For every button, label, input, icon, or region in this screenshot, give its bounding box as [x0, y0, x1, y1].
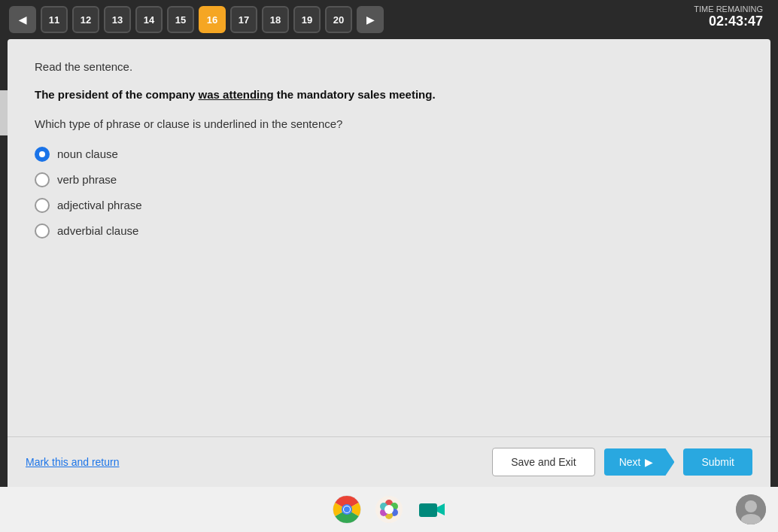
- sentence-part2: the mandatory sales meeting.: [274, 88, 436, 101]
- option-adverbial-clause[interactable]: adverbial clause: [35, 223, 743, 239]
- svg-point-12: [384, 505, 394, 514]
- option-noun-clause[interactable]: noun clause: [35, 147, 743, 162]
- timer-label: TIME REMAINING: [694, 5, 763, 14]
- answer-options: noun clause verb phrase adjectival phras…: [35, 147, 743, 239]
- user-avatar[interactable]: [736, 494, 766, 524]
- top-navigation: ◀ 11 12 13 14 15 16 17 18 19 20 ▶ TIME R…: [0, 0, 778, 39]
- radio-adverbial-clause[interactable]: [35, 223, 50, 239]
- prev-arrow-button[interactable]: ◀: [9, 6, 36, 33]
- option-noun-clause-label: noun clause: [57, 147, 118, 160]
- question-nav-11[interactable]: 11: [41, 6, 68, 33]
- radio-adjectival-phrase[interactable]: [35, 198, 50, 213]
- next-button-label: Next: [619, 456, 641, 468]
- question-nav-14[interactable]: 14: [135, 6, 163, 33]
- next-arrow-button[interactable]: ▶: [357, 6, 384, 33]
- radio-verb-phrase[interactable]: [35, 172, 50, 187]
- question-nav-12[interactable]: 12: [72, 6, 99, 33]
- color-wheel-icon[interactable]: [374, 494, 404, 524]
- chrome-icon[interactable]: [332, 494, 362, 524]
- option-adjectival-phrase-label: adjectival phrase: [57, 199, 142, 211]
- svg-point-3: [344, 506, 350, 512]
- question-nav-17[interactable]: 17: [230, 6, 257, 33]
- timer-area: TIME REMAINING 02:43:47: [694, 5, 763, 29]
- next-button[interactable]: Next ▶: [604, 448, 675, 476]
- bottom-action-bar: Mark this and return Save and Exit Next …: [8, 436, 770, 487]
- save-exit-button[interactable]: Save and Exit: [492, 448, 594, 476]
- option-adverbial-clause-label: adverbial clause: [57, 224, 138, 237]
- meet-icon[interactable]: [416, 494, 446, 524]
- option-verb-phrase-label: verb phrase: [57, 173, 117, 186]
- option-adjectival-phrase[interactable]: adjectival phrase: [35, 198, 743, 213]
- instruction-text: Read the sentence.: [35, 60, 743, 73]
- sentence-part1: The president of the company: [35, 88, 199, 101]
- question-nav-19[interactable]: 19: [293, 6, 321, 33]
- sentence-underlined: was attending: [199, 88, 274, 101]
- question-nav-15[interactable]: 15: [167, 6, 194, 33]
- timer-value: 02:43:47: [709, 14, 763, 29]
- svg-rect-13: [419, 503, 437, 517]
- main-content-area: Read the sentence. The president of the …: [8, 39, 770, 445]
- question-sentence: The president of the company was attendi…: [35, 87, 743, 104]
- question-nav-13[interactable]: 13: [104, 6, 131, 33]
- submit-button[interactable]: Submit: [683, 448, 752, 476]
- next-button-arrow: ▶: [645, 456, 653, 468]
- question-prompt: Which type of phrase or clause is underl…: [35, 117, 743, 130]
- svg-point-16: [745, 500, 757, 512]
- taskbar: [0, 487, 778, 532]
- radio-noun-clause[interactable]: [35, 147, 50, 162]
- question-nav-20[interactable]: 20: [325, 6, 352, 33]
- mark-return-link[interactable]: Mark this and return: [26, 456, 483, 468]
- option-verb-phrase[interactable]: verb phrase: [35, 172, 743, 187]
- question-nav-18[interactable]: 18: [262, 6, 289, 33]
- svg-marker-14: [437, 503, 445, 515]
- question-nav-16[interactable]: 16: [199, 6, 226, 33]
